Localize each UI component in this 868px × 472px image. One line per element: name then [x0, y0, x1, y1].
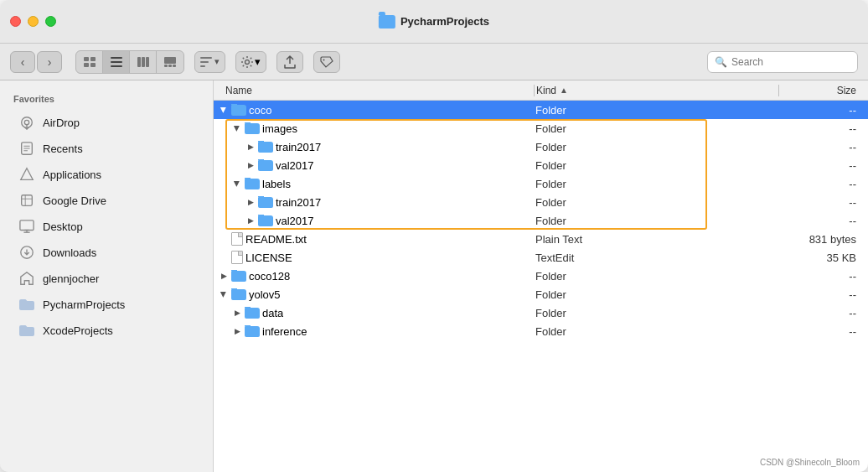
file-row-coco[interactable]: ▶cocoFolder-- [214, 101, 868, 119]
file-size-data: -- [781, 307, 865, 319]
file-row-data[interactable]: ▶dataFolder-- [214, 303, 868, 322]
file-row-yolov5[interactable]: ▶yolov5Folder-- [214, 285, 868, 303]
minimize-button[interactable] [28, 16, 39, 27]
view-buttons [75, 50, 184, 74]
expand-arrow-coco128[interactable]: ▶ [219, 271, 229, 281]
sidebar-label-recents: Recents [43, 143, 83, 155]
sidebar-item-recents[interactable]: Recents [5, 136, 208, 161]
file-kind-data: Folder [532, 307, 781, 319]
file-label-train2017-2: train2017 [276, 196, 321, 209]
col-kind-label: Kind [536, 85, 556, 96]
sidebar-section-favorites: Favorites [0, 91, 213, 109]
svg-rect-7 [137, 57, 141, 67]
file-name-cell-coco: ▶coco [214, 104, 532, 117]
share-button[interactable] [276, 51, 303, 73]
expand-arrow-val2017-2[interactable]: ▶ [245, 215, 256, 226]
file-label-images: images [262, 122, 297, 135]
col-size-header[interactable]: Size [781, 85, 865, 96]
col-name-header[interactable]: Name [214, 85, 532, 96]
sidebar-item-googledrive[interactable]: Google Drive [5, 188, 208, 213]
file-size-license: 35 KB [781, 252, 865, 264]
desktop-icon [18, 218, 35, 235]
maximize-button[interactable] [45, 16, 56, 27]
file-size-inference: -- [781, 325, 865, 338]
gallery-icon [164, 57, 176, 67]
expand-arrow-val2017-1[interactable]: ▶ [245, 160, 256, 170]
sidebar-item-xcodeprojects[interactable]: XcodeProjects [5, 318, 208, 343]
svg-rect-5 [111, 61, 122, 63]
doc-icon-readme [231, 232, 243, 246]
file-list: ▶cocoFolder--▶imagesFolder--▶train2017Fo… [214, 101, 868, 472]
list-view-button[interactable] [103, 51, 130, 73]
file-row-inference[interactable]: ▶inferenceFolder-- [214, 322, 868, 340]
column-view-button[interactable] [130, 51, 157, 73]
icon-view-button[interactable] [76, 51, 103, 73]
sort-icon [200, 57, 212, 67]
sidebar-item-pycharmprojects[interactable]: PycharmProjects [5, 292, 208, 317]
close-button[interactable] [10, 16, 21, 27]
file-size-val2017-1: -- [781, 159, 865, 172]
expand-arrow-data[interactable]: ▶ [232, 308, 242, 318]
file-row-train2017-1[interactable]: ▶train2017Folder-- [214, 137, 868, 156]
file-name-cell-train2017-2: ▶train2017 [214, 196, 532, 209]
file-row-readme[interactable]: README.txtPlain Text831 bytes [214, 230, 868, 248]
file-row-coco128[interactable]: ▶coco128Folder-- [214, 267, 868, 285]
col-size-label: Size [837, 85, 856, 96]
file-name-cell-val2017-2: ▶val2017 [214, 215, 532, 227]
col-kind-header[interactable]: Kind ▲ [536, 85, 777, 96]
gallery-view-button[interactable] [157, 51, 183, 73]
sidebar-item-glennjocher[interactable]: glennjocher [5, 266, 208, 291]
file-row-train2017-2[interactable]: ▶train2017Folder-- [214, 193, 868, 211]
sidebar-item-applications[interactable]: Applications [5, 162, 208, 187]
col-divider-1 [534, 85, 535, 96]
expand-arrow-coco[interactable]: ▶ [219, 105, 229, 115]
file-label-train2017-1: train2017 [276, 141, 321, 153]
expand-arrow-labels[interactable]: ▶ [232, 179, 242, 189]
search-input[interactable] [731, 56, 850, 68]
back-button[interactable]: ‹ [10, 51, 35, 73]
forward-button[interactable]: › [37, 51, 62, 73]
file-name-cell-images: ▶images [214, 122, 532, 135]
folder-icon-train2017-2 [258, 197, 273, 208]
folder-icon-coco [231, 105, 246, 116]
finder-window: PycharmProjects ‹ › [0, 0, 868, 472]
svg-rect-3 [90, 63, 96, 67]
file-row-val2017-2[interactable]: ▶val2017Folder-- [214, 211, 868, 230]
file-label-yolov5: yolov5 [249, 288, 281, 301]
file-kind-train2017-2: Folder [532, 196, 781, 209]
file-name-cell-val2017-1: ▶val2017 [214, 159, 532, 172]
forward-icon: › [48, 55, 52, 69]
file-row-labels[interactable]: ▶labelsFolder-- [214, 174, 868, 193]
folder-icon-inference [245, 326, 260, 337]
expand-arrow-train2017-2[interactable]: ▶ [245, 197, 256, 207]
file-name-cell-license: LICENSE [214, 251, 532, 264]
file-kind-coco128: Folder [532, 270, 781, 283]
tag-button[interactable] [313, 51, 340, 73]
action-button[interactable]: ▾ [235, 51, 266, 73]
file-name-cell-train2017-1: ▶train2017 [214, 141, 532, 153]
expand-arrow-train2017-1[interactable]: ▶ [245, 142, 256, 152]
file-row-license[interactable]: LICENSETextEdit35 KB [214, 248, 868, 267]
file-row-images[interactable]: ▶imagesFolder-- [214, 119, 868, 137]
svg-rect-1 [90, 57, 96, 61]
file-label-val2017-2: val2017 [276, 215, 314, 227]
file-kind-labels: Folder [532, 178, 781, 190]
search-box: 🔍 [707, 51, 858, 73]
svg-rect-11 [164, 65, 168, 67]
sidebar-item-airdrop[interactable]: AirDrop [5, 110, 208, 135]
folder-icon-yolov5 [231, 289, 246, 300]
file-kind-val2017-2: Folder [532, 215, 781, 227]
sort-dropdown[interactable]: ▾ [194, 51, 225, 73]
file-row-val2017-1[interactable]: ▶val2017Folder-- [214, 156, 868, 174]
expand-arrow-images[interactable]: ▶ [232, 123, 242, 133]
expand-arrow-yolov5[interactable]: ▶ [219, 289, 229, 299]
sidebar-item-downloads[interactable]: Downloads [5, 240, 208, 265]
file-size-coco128: -- [781, 270, 865, 283]
file-kind-inference: Folder [532, 325, 781, 338]
file-name-cell-yolov5: ▶yolov5 [214, 288, 532, 301]
sidebar: Favorites AirDrop [0, 80, 214, 472]
file-label-coco: coco [249, 104, 271, 117]
pycharm-folder-icon [18, 296, 35, 313]
sidebar-item-desktop[interactable]: Desktop [5, 214, 208, 239]
expand-arrow-inference[interactable]: ▶ [232, 326, 242, 336]
